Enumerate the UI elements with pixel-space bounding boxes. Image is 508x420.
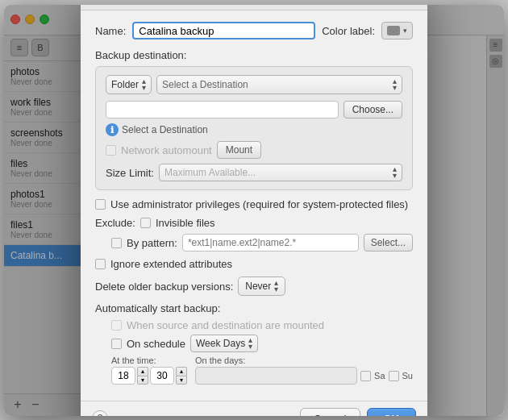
never-select[interactable]: Never ▴ ▾ bbox=[238, 277, 285, 296]
auto-backup-label: Automatically start backup: bbox=[95, 302, 413, 314]
admin-privileges-row: Use administrator privileges (required f… bbox=[95, 198, 413, 210]
pattern-input[interactable] bbox=[182, 234, 359, 252]
chevron-down-icon: ▾ bbox=[403, 27, 407, 35]
admin-privileges-checkbox[interactable] bbox=[95, 199, 106, 210]
ignore-extended-label: Ignore extended attributes bbox=[110, 258, 232, 270]
on-schedule-checkbox[interactable] bbox=[111, 339, 122, 349]
on-days-group: On the days: Sa Su bbox=[195, 356, 413, 385]
by-pattern-label: By pattern: bbox=[127, 237, 177, 249]
on-schedule-row: On schedule Week Days ▴ ▾ bbox=[111, 335, 413, 352]
su-label: Su bbox=[402, 371, 413, 380]
at-time-label: At the time: bbox=[111, 356, 187, 365]
choose-button[interactable]: Choose... bbox=[344, 101, 402, 119]
on-schedule-label: On schedule bbox=[127, 338, 185, 350]
name-label: Name: bbox=[95, 25, 126, 37]
sa-checkbox[interactable] bbox=[360, 371, 371, 381]
minute-stepper: ▴ ▾ bbox=[176, 367, 187, 385]
sa-label: Sa bbox=[374, 371, 385, 380]
cancel-button[interactable]: Cancel bbox=[300, 408, 360, 416]
destination-dropdown[interactable]: Select a Destination ▴ ▾ bbox=[156, 75, 402, 94]
exclude-row: Exclude: Invisible files bbox=[95, 217, 413, 229]
info-row: ℹ Select a Destination bbox=[106, 123, 402, 136]
su-checkbox[interactable] bbox=[389, 371, 399, 381]
footer-buttons: Cancel OK bbox=[300, 408, 416, 416]
network-automount-label: Network automount bbox=[121, 144, 212, 156]
help-button[interactable]: ? bbox=[92, 410, 108, 416]
hour-input[interactable] bbox=[111, 367, 135, 385]
week-days-arrows: ▴ ▾ bbox=[248, 337, 252, 350]
folder-option-label: Folder bbox=[111, 79, 139, 90]
delete-older-label: Delete older backup versions: bbox=[95, 281, 233, 293]
time-row: At the time: ▴ ▾ ▴ ▾ bbox=[111, 356, 413, 385]
when-mounted-checkbox[interactable] bbox=[111, 320, 122, 331]
time-input-group: ▴ ▾ ▴ ▾ bbox=[111, 367, 187, 385]
dialog-titlebar: Backup: Catalina backup bbox=[81, 5, 427, 11]
network-automount-row: Network automount Mount bbox=[106, 141, 402, 159]
hour-stepper-up[interactable]: ▴ bbox=[137, 367, 148, 376]
name-input[interactable] bbox=[132, 22, 315, 40]
color-label-text: Color label: bbox=[322, 25, 375, 37]
destination-placeholder: Select a Destination bbox=[162, 79, 248, 90]
path-input[interactable] bbox=[106, 101, 339, 119]
dialog-body: Name: Color label: ▾ Backup destination: bbox=[81, 10, 427, 401]
select-pattern-button[interactable]: Select... bbox=[364, 234, 413, 252]
by-pattern-checkbox[interactable] bbox=[111, 238, 122, 248]
size-limit-select[interactable]: Maximum Available... ▴ ▾ bbox=[159, 164, 402, 181]
sa-group: Sa bbox=[360, 371, 385, 381]
exclude-label: Exclude: bbox=[95, 217, 135, 229]
ignore-extended-checkbox[interactable] bbox=[95, 259, 106, 269]
when-mounted-row: When source and destination are mounted bbox=[111, 319, 413, 331]
ok-button[interactable]: OK bbox=[367, 408, 417, 416]
backup-dialog: Backup: Catalina backup Name: Color labe… bbox=[81, 5, 427, 416]
destination-select-arrows: ▴ ▾ bbox=[393, 78, 397, 91]
size-limit-placeholder: Maximum Available... bbox=[164, 167, 256, 178]
minute-stepper-up[interactable]: ▴ bbox=[176, 367, 187, 376]
exclude-section: Exclude: Invisible files By pattern: Sel… bbox=[95, 217, 413, 252]
size-limit-label: Size Limit: bbox=[106, 167, 154, 179]
admin-privileges-label: Use administrator privileges (required f… bbox=[110, 198, 408, 210]
days-input[interactable] bbox=[195, 367, 357, 385]
info-text: Select a Destination bbox=[122, 124, 208, 135]
delete-row: Delete older backup versions: Never ▴ ▾ bbox=[95, 277, 413, 296]
when-mounted-label: When source and destination are mounted bbox=[127, 319, 324, 331]
mount-button[interactable]: Mount bbox=[217, 141, 261, 159]
at-time-group: At the time: ▴ ▾ ▴ ▾ bbox=[111, 356, 187, 385]
auto-backup-section: Automatically start backup: When source … bbox=[95, 302, 413, 385]
su-group: Su bbox=[389, 371, 413, 381]
dialog-overlay: Backup: Catalina backup Name: Color labe… bbox=[4, 5, 504, 416]
destination-select-row: Folder ▴ ▾ Select a Destination ▴ ▾ bbox=[106, 75, 402, 94]
days-row: Sa Su bbox=[195, 367, 413, 385]
dialog-footer: ? Cancel OK bbox=[81, 401, 427, 416]
size-select-arrows: ▴ ▾ bbox=[393, 166, 397, 179]
name-row: Name: Color label: ▾ bbox=[95, 22, 413, 40]
never-option-label: Never bbox=[245, 281, 271, 292]
invisible-files-checkbox[interactable] bbox=[140, 218, 151, 228]
color-label-button[interactable]: ▾ bbox=[381, 22, 413, 40]
folder-select[interactable]: Folder ▴ ▾ bbox=[106, 75, 152, 94]
week-days-label: Week Days bbox=[196, 338, 245, 349]
by-pattern-row: By pattern: Select... bbox=[111, 234, 413, 252]
color-swatch bbox=[387, 26, 400, 35]
folder-select-arrows: ▴ ▾ bbox=[142, 78, 146, 91]
app-window: ≡ B photos Never done work files Never d… bbox=[4, 5, 504, 416]
path-choose-row: Choose... bbox=[106, 101, 402, 119]
invisible-files-label: Invisible files bbox=[156, 217, 215, 229]
never-select-arrows: ▴ ▾ bbox=[274, 280, 278, 293]
backup-destination-label: Backup destination: bbox=[95, 49, 413, 61]
minute-input[interactable] bbox=[150, 367, 174, 385]
week-days-select[interactable]: Week Days ▴ ▾ bbox=[190, 335, 258, 352]
minute-stepper-down[interactable]: ▾ bbox=[176, 376, 187, 385]
destination-section: Folder ▴ ▾ Select a Destination ▴ ▾ bbox=[95, 66, 413, 190]
network-automount-checkbox[interactable] bbox=[106, 145, 116, 156]
size-limit-row: Size Limit: Maximum Available... ▴ ▾ bbox=[106, 164, 402, 181]
on-days-label: On the days: bbox=[195, 356, 413, 365]
hour-stepper-down[interactable]: ▾ bbox=[137, 376, 148, 385]
hour-stepper: ▴ ▾ bbox=[137, 367, 148, 385]
info-icon: ℹ bbox=[106, 123, 119, 136]
ignore-extended-row: Ignore extended attributes bbox=[95, 258, 413, 270]
